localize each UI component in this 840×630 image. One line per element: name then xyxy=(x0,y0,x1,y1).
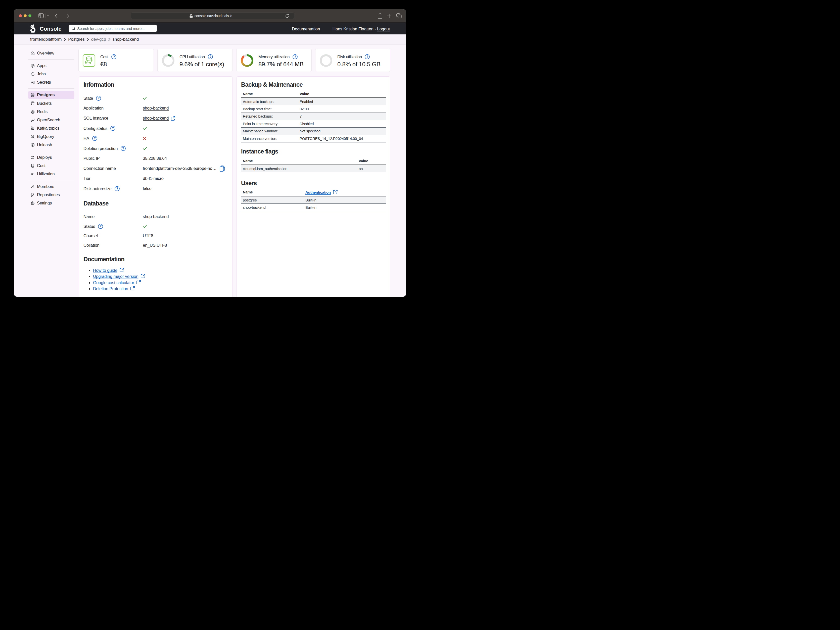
svg-text:?: ? xyxy=(94,136,96,140)
svg-text:?: ? xyxy=(98,96,99,100)
svg-text:?: ? xyxy=(116,187,118,191)
svg-text:?: ? xyxy=(294,55,296,58)
svg-text:?: ? xyxy=(99,224,101,228)
svg-text:?: ? xyxy=(122,146,124,150)
svg-text:?: ? xyxy=(112,126,114,130)
svg-text:?: ? xyxy=(113,55,115,58)
svg-text:?: ? xyxy=(366,55,368,58)
svg-text:?: ? xyxy=(209,55,212,58)
